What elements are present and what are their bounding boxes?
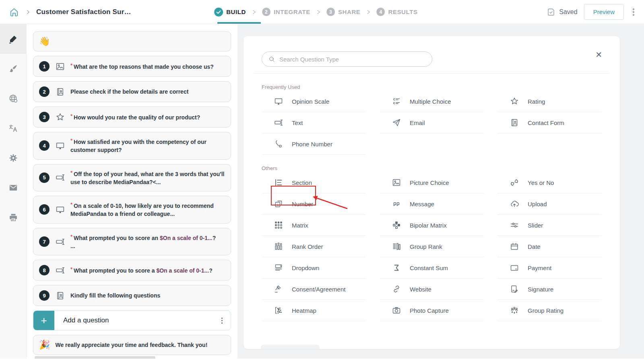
- qtype-bipolar-matrix[interactable]: Bipolar Matrix: [380, 215, 484, 236]
- question-type-panel: ✕ Frequently Used Opinion Scale Multiple…: [244, 36, 620, 349]
- qtype-number[interactable]: 1 Number: [262, 193, 366, 215]
- search-input[interactable]: [279, 56, 425, 63]
- gear-icon: [8, 153, 19, 163]
- qtype-matrix[interactable]: Matrix: [262, 215, 366, 236]
- heatmap-icon: [274, 306, 283, 315]
- sidebar-item-settings[interactable]: [0, 143, 26, 173]
- qtype-heatmap[interactable]: Heatmap: [262, 300, 366, 321]
- step-chevron-icon: [252, 9, 256, 15]
- question-text: *What prompted you to score a $On a scal…: [70, 266, 213, 275]
- sidebar-item-email[interactable]: [0, 173, 26, 203]
- step-chevron-icon: [316, 9, 321, 15]
- qtype-upload[interactable]: Upload: [497, 193, 602, 215]
- qtype-group-rank[interactable]: Group Rank: [380, 236, 484, 257]
- qtype-email[interactable]: Email: [380, 112, 484, 133]
- wizard-steps: BUILD 2 INTEGRATE 3 SHARE 4 RESULTS: [214, 0, 417, 24]
- sidebar-item-translate[interactable]: [0, 113, 26, 143]
- question-text: *How satisfied are you with the competen…: [70, 137, 225, 154]
- contact-form-icon: [55, 291, 65, 301]
- step-label: SHARE: [338, 8, 361, 15]
- save-check-icon: [546, 7, 556, 17]
- photo-capture-icon: [392, 306, 401, 315]
- question-number-badge: 9: [39, 290, 50, 301]
- group-rank-icon: [392, 242, 401, 251]
- picture-choice-icon: [55, 62, 65, 72]
- slider-icon: [510, 220, 519, 230]
- home-button[interactable]: [8, 6, 20, 18]
- question-card-4[interactable]: 4 *How satisfied are you with the compet…: [33, 132, 231, 160]
- question-number-badge: 7: [39, 236, 50, 247]
- question-card-8[interactable]: 8 *What prompted you to score a $On a sc…: [33, 260, 231, 281]
- list-scroll-edge: [35, 356, 155, 359]
- thankyou-card[interactable]: 🎉 We really appreciate your time and fee…: [33, 335, 231, 355]
- add-question-button[interactable]: + Add a question: [33, 310, 231, 330]
- paintbrush-icon: [8, 64, 19, 74]
- contact-form-icon: [510, 118, 519, 127]
- question-number-badge: 3: [39, 112, 50, 122]
- question-number-badge: 1: [39, 61, 50, 72]
- step-results[interactable]: 4 RESULTS: [376, 8, 417, 16]
- qtype-date[interactable]: Date: [497, 236, 602, 257]
- question-card-7[interactable]: 7 *What prompted you to score an $On a s…: [33, 228, 231, 256]
- qtype-section[interactable]: Section: [262, 172, 366, 193]
- qtype-multiple-choice[interactable]: Multiple Choice: [380, 91, 484, 112]
- qtype-phone-number[interactable]: Phone Number: [262, 133, 366, 155]
- globe-icon: [8, 93, 19, 104]
- qtype-website[interactable]: Website: [380, 279, 484, 300]
- question-number-badge: 6: [39, 204, 50, 215]
- qtype-opinion-scale[interactable]: Opinion Scale: [262, 91, 366, 112]
- step-label: BUILD: [226, 8, 246, 15]
- question-number-badge: 5: [39, 172, 50, 183]
- add-question-kebab-menu[interactable]: [213, 311, 231, 330]
- preview-button[interactable]: Preview: [584, 4, 624, 20]
- email-icon: [392, 118, 401, 127]
- step-build[interactable]: BUILD: [214, 8, 246, 16]
- divider: [254, 73, 610, 74]
- question-card-6[interactable]: 6 *On a scale of 0-10, how likely are yo…: [33, 196, 231, 224]
- question-number-badge: 8: [39, 265, 50, 275]
- question-card-1[interactable]: 1 *What are the top reasons that made yo…: [33, 56, 231, 77]
- qtype-payment[interactable]: Payment: [497, 257, 602, 279]
- qtype-rank-order[interactable]: Rank Order: [262, 236, 366, 257]
- question-card-9[interactable]: 9 Kindly fill the following questions: [33, 285, 231, 306]
- sidebar-item-print[interactable]: [0, 203, 26, 232]
- question-text: *How would you rate the quality of our p…: [70, 113, 200, 121]
- qtype-text[interactable]: Text: [262, 112, 366, 133]
- others-grid: Section Picture Choice Yes or No 1 Numbe…: [262, 172, 602, 321]
- question-list: 👋 1 *What are the top reasons that made …: [27, 24, 237, 359]
- empty-cell: [497, 133, 602, 155]
- qtype-photo-capture[interactable]: Photo Capture: [380, 300, 484, 321]
- question-card-5[interactable]: 5 *Off the top of your head, what are th…: [33, 164, 231, 192]
- step-number-badge: 4: [376, 8, 385, 16]
- welcome-card[interactable]: 👋: [33, 31, 231, 51]
- sidebar-item-design[interactable]: [0, 54, 26, 84]
- breadcrumb-chevron-icon: [26, 10, 31, 14]
- plus-icon: +: [33, 311, 54, 330]
- header-kebab-menu[interactable]: [630, 7, 637, 17]
- qtype-group-rating[interactable]: Group Rating: [497, 300, 602, 321]
- qtype-slider[interactable]: Slider: [497, 215, 602, 236]
- step-chevron-icon: [366, 9, 371, 15]
- qtype-consent-agreement[interactable]: Consent/Agreement: [262, 279, 366, 300]
- sidebar-item-build-editor[interactable]: [0, 24, 26, 54]
- survey-title[interactable]: Customer Satisfaction Sur…: [36, 8, 131, 16]
- next-row-partial: [261, 345, 320, 349]
- search-box: [262, 51, 432, 67]
- printer-icon: [8, 212, 19, 223]
- qtype-dropdown[interactable]: Dropdown: [262, 257, 366, 279]
- qtype-yes-or-no[interactable]: Yes or No: [497, 172, 602, 193]
- qtype-message[interactable]: Message: [380, 193, 484, 215]
- step-integrate[interactable]: 2 INTEGRATE: [262, 8, 310, 16]
- qtype-contact-form[interactable]: Contact Form: [497, 112, 602, 133]
- question-card-2[interactable]: 2 Please check if the below details are …: [33, 81, 231, 102]
- qtype-rating[interactable]: Rating: [497, 91, 602, 112]
- bipolar-matrix-icon: [392, 220, 401, 230]
- close-icon[interactable]: ✕: [595, 51, 602, 59]
- step-share[interactable]: 3 SHARE: [326, 8, 361, 16]
- sidebar-item-language[interactable]: [0, 84, 26, 113]
- picture-choice-icon: [392, 178, 401, 187]
- qtype-picture-choice[interactable]: Picture Choice: [380, 172, 484, 193]
- qtype-signature[interactable]: Signature: [497, 279, 602, 300]
- qtype-constant-sum[interactable]: Constant Sum: [380, 257, 484, 279]
- question-card-3[interactable]: 3 *How would you rate the quality of our…: [33, 107, 231, 127]
